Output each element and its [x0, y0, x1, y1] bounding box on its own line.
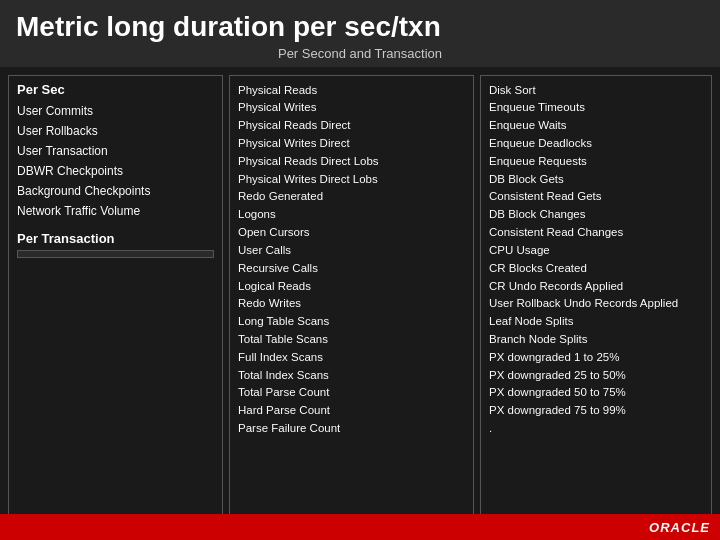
middle-metric-item[interactable]: Physical Reads Direct [238, 117, 465, 135]
content-area: Per Sec User CommitsUser RollbacksUser T… [0, 67, 720, 527]
right-metric-item[interactable]: . [489, 420, 703, 438]
subtitle: Per Second and Transaction [16, 46, 704, 61]
right-metric-item[interactable]: CR Undo Records Applied [489, 278, 703, 296]
right-metric-item[interactable]: Enqueue Requests [489, 153, 703, 171]
right-metric-item[interactable]: CPU Usage [489, 242, 703, 260]
per-sec-item[interactable]: DBWR Checkpoints [17, 161, 214, 181]
middle-metric-item[interactable]: Recursive Calls [238, 260, 465, 278]
per-sec-header: Per Sec [17, 82, 214, 97]
right-metric-item[interactable]: Leaf Node Splits [489, 313, 703, 331]
per-sec-item[interactable]: Network Traffic Volume [17, 201, 214, 221]
main-title: Metric long duration per sec/txn [16, 10, 704, 44]
right-metric-item[interactable]: User Rollback Undo Records Applied [489, 295, 703, 313]
middle-metric-item[interactable]: Redo Writes [238, 295, 465, 313]
middle-metric-item[interactable]: Redo Generated [238, 188, 465, 206]
right-metric-item[interactable]: Enqueue Waits [489, 117, 703, 135]
middle-metric-item[interactable]: Total Table Scans [238, 331, 465, 349]
per-sec-item[interactable]: User Rollbacks [17, 121, 214, 141]
right-metric-item[interactable]: Enqueue Timeouts [489, 99, 703, 117]
middle-metric-item[interactable]: Physical Reads Direct Lobs [238, 153, 465, 171]
middle-metric-item[interactable]: Logical Reads [238, 278, 465, 296]
middle-metric-item[interactable]: Physical Reads [238, 82, 465, 100]
right-metric-item[interactable]: PX downgraded 75 to 99% [489, 402, 703, 420]
right-metric-item[interactable]: DB Block Gets [489, 171, 703, 189]
right-metric-item[interactable]: PX downgraded 50 to 75% [489, 384, 703, 402]
right-metric-item[interactable]: Branch Node Splits [489, 331, 703, 349]
middle-metric-item[interactable]: Open Cursors [238, 224, 465, 242]
middle-metric-item[interactable]: Parse Failure Count [238, 420, 465, 438]
middle-metric-item[interactable]: User Calls [238, 242, 465, 260]
right-panel: Disk SortEnqueue TimeoutsEnqueue WaitsEn… [480, 75, 712, 527]
right-metric-item[interactable]: PX downgraded 1 to 25% [489, 349, 703, 367]
oracle-logo: ORACLE [649, 520, 710, 535]
per-transaction-header: Per Transaction [17, 231, 214, 246]
right-metric-item[interactable]: Consistent Read Gets [489, 188, 703, 206]
middle-metric-item[interactable]: Total Parse Count [238, 384, 465, 402]
middle-metric-item[interactable]: Physical Writes [238, 99, 465, 117]
left-panel: Per Sec User CommitsUser RollbacksUser T… [8, 75, 223, 527]
middle-metric-item[interactable]: Physical Writes Direct [238, 135, 465, 153]
middle-panel: Physical ReadsPhysical WritesPhysical Re… [229, 75, 474, 527]
middle-metric-item[interactable]: Logons [238, 206, 465, 224]
per-sec-menu: User CommitsUser RollbacksUser Transacti… [17, 101, 214, 221]
right-metric-item[interactable]: Consistent Read Changes [489, 224, 703, 242]
right-metric-item[interactable]: Disk Sort [489, 82, 703, 100]
right-metric-item[interactable]: DB Block Changes [489, 206, 703, 224]
middle-metric-item[interactable]: Full Index Scans [238, 349, 465, 367]
per-sec-item[interactable]: User Transaction [17, 141, 214, 161]
right-metric-item[interactable]: Enqueue Deadlocks [489, 135, 703, 153]
right-metric-item[interactable]: PX downgraded 25 to 50% [489, 367, 703, 385]
middle-metric-item[interactable]: Long Table Scans [238, 313, 465, 331]
header: Metric long duration per sec/txn Per Sec… [0, 0, 720, 67]
footer: ORACLE [0, 514, 720, 540]
response-time-item[interactable] [17, 250, 214, 258]
middle-metric-item[interactable]: Physical Writes Direct Lobs [238, 171, 465, 189]
right-metric-item[interactable]: CR Blocks Created [489, 260, 703, 278]
per-sec-item[interactable]: Background Checkpoints [17, 181, 214, 201]
middle-metric-item[interactable]: Hard Parse Count [238, 402, 465, 420]
per-sec-item[interactable]: User Commits [17, 101, 214, 121]
middle-metric-item[interactable]: Total Index Scans [238, 367, 465, 385]
